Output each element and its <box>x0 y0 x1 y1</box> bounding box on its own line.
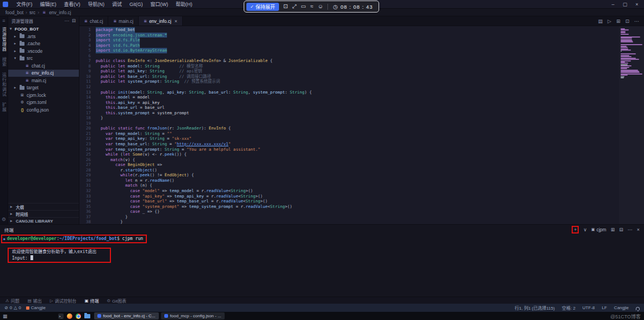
status-item-3[interactable]: LF <box>602 305 607 310</box>
cangjie-status[interactable]: Cangjie <box>26 305 46 310</box>
fullscreen-icon[interactable]: ⤢ <box>292 3 296 10</box>
terminal-input-label: Input: <box>12 256 28 261</box>
close-button[interactable]: × <box>631 0 643 9</box>
screenshot-icon[interactable]: ⊡ <box>283 3 288 10</box>
menu-Git(G)[interactable]: Git(G) <box>126 2 147 7</box>
status-item-2[interactable]: UTF-8 <box>583 305 595 310</box>
panel-tab-终端[interactable]: ▣终端 <box>85 298 99 304</box>
code-text: import std.fs.File <box>96 38 140 43</box>
panel-tab-调试控制台[interactable]: ▷调试控制台 <box>50 298 77 304</box>
signal-icon[interactable]: ≈ <box>311 3 314 10</box>
problems-status[interactable]: ⊘0 △0 <box>4 305 21 310</box>
tree-item-target[interactable]: ▸target <box>8 84 79 92</box>
settings-gear-icon[interactable]: ⚙ <box>2 217 6 222</box>
breadcrumb-segment[interactable]: food_bot <box>5 10 23 15</box>
section-时间线[interactable]: ▸时间线 <box>8 210 79 217</box>
tree-item-src[interactable]: ▾src <box>8 55 79 63</box>
menu-icon[interactable]: ≡ <box>2 18 5 23</box>
split-terminal-icon[interactable]: ⊞ <box>611 227 615 232</box>
activity-tab-资源管理器[interactable]: 资源管理器 <box>1 27 7 52</box>
files-app-icon[interactable] <box>84 314 90 318</box>
menu-查看(V)[interactable]: 查看(V) <box>60 1 84 8</box>
show-apps-icon[interactable]: ▦ <box>3 313 8 319</box>
status-item-4[interactable]: Cangjie <box>614 305 629 310</box>
run-icon[interactable]: ▷ <box>608 19 611 24</box>
collapse-folders-icon[interactable]: ⊟ <box>72 18 76 23</box>
code-line-31: 31 match (n) { <box>79 183 619 188</box>
cj-file-icon: ≣ <box>113 19 116 23</box>
tree-item-config.json[interactable]: {}config.json <box>8 106 79 114</box>
activity-tab-扩展[interactable]: 扩展 <box>1 102 7 112</box>
section-大纲[interactable]: ▸大纲 <box>8 203 79 210</box>
chevron-right-icon: › <box>26 10 27 15</box>
tree-item-main.cj[interactable]: ≣main.cj <box>8 77 79 84</box>
folder-icon <box>20 86 24 90</box>
keep-expanded-button[interactable]: ✓ 保持展开 <box>246 3 279 11</box>
code-line-8: 8 public let model: String // 模型名称 <box>79 64 619 69</box>
code-editor[interactable]: 1package food_bot2import encoding.json.s… <box>79 26 644 224</box>
code-line-4: 4import std.fs.Path <box>79 43 619 48</box>
panel-tab-输出[interactable]: ▤输出 <box>28 298 42 304</box>
more-actions-icon[interactable]: ⋯ <box>634 19 639 24</box>
tab-chat.cj[interactable]: ≣chat.cj <box>79 16 108 26</box>
tree-item-env_info.cj[interactable]: ≣env_info.cj <box>8 70 79 77</box>
activity-tab-运行和调试[interactable]: 运行和调试 <box>1 72 7 97</box>
monitor-icon[interactable]: ▭ <box>301 3 306 10</box>
code-line-32: 32 case "model" => temp_model = r.readVa… <box>79 188 619 194</box>
new-terminal-icon[interactable]: + <box>574 227 577 232</box>
code-line-35: 35 case "system_prompt" => temp_system_p… <box>79 204 619 210</box>
maximize-button[interactable]: ▢ <box>619 0 631 9</box>
code-line-1: 1package food_bot <box>79 27 619 33</box>
close-panel-icon[interactable]: × <box>637 227 640 232</box>
emoji-icon[interactable]: ☺ <box>318 3 323 10</box>
terminal-command-line: ●developer@developer:~/IDEProjects/food_… <box>3 236 644 242</box>
code-line-22: 22 var temp_api_key: String = "sk-xxx" <box>79 136 619 141</box>
status-item-1[interactable]: 空格: 2 <box>562 305 575 311</box>
code-text: r.startObject() <box>96 168 157 173</box>
diff-icon[interactable]: ⊡ <box>625 19 629 24</box>
tree-item-cjpm.lock[interactable]: ⊠cjpm.lock <box>8 91 79 99</box>
menu-文件(F)[interactable]: 文件(F) <box>13 1 36 8</box>
section-CANGJIE LIBRARY[interactable]: ▸CANGJIE LIBRARY <box>8 217 79 224</box>
menu-窗口(W)[interactable]: 窗口(W) <box>147 1 172 8</box>
minimap[interactable] <box>619 26 644 224</box>
chrome-icon[interactable] <box>76 313 81 319</box>
tree-item-chat.cj[interactable]: ≣chat.cj <box>8 62 79 70</box>
taskbar-window[interactable]: food_bot - env_info.cj - C... <box>94 312 159 319</box>
more-actions-icon[interactable]: ⋯ <box>64 18 69 23</box>
tab-main.cj[interactable]: ≣main.cj <box>108 16 139 26</box>
breadcrumb-segment[interactable]: src <box>29 10 35 15</box>
bell-icon[interactable] <box>636 307 640 310</box>
tree-item-.cache[interactable]: ▸.cache <box>8 40 79 48</box>
activity-tab-搜索[interactable]: 搜索 <box>1 57 7 67</box>
more-icon[interactable]: ⋯ <box>628 227 633 232</box>
code-text: import std.io.ByteArrayStream <box>96 48 167 53</box>
project-root[interactable]: ▾ FOOD_BOT <box>8 25 79 33</box>
firefox-icon[interactable] <box>67 313 72 319</box>
layout-icon[interactable]: ▤ <box>598 19 603 24</box>
folder-icon <box>20 49 24 53</box>
status-item-0[interactable]: 行1, 列1 (已选择115) <box>515 305 555 311</box>
terminal-output[interactable]: ●developer@developer:~/IDEProjects/food_… <box>0 235 644 262</box>
kill-terminal-icon[interactable]: ⊟ <box>619 227 623 232</box>
close-tab-icon[interactable]: × <box>175 19 177 24</box>
problems-icon: ⚠ <box>5 298 9 303</box>
panel-tab-问题[interactable]: ⚠问题 <box>5 298 20 304</box>
breadcrumb-segment[interactable]: env_info.cj <box>49 10 71 15</box>
minimize-button[interactable]: – <box>607 0 619 9</box>
panel-tab-Git图表[interactable]: ⊙Git图表 <box>107 298 127 304</box>
tree-item-cjpm.toml[interactable]: ⚙cjpm.toml <box>8 99 79 107</box>
menu-帮助(H)[interactable]: 帮助(H) <box>172 1 196 8</box>
menu-编辑(E)[interactable]: 编辑(E) <box>36 1 60 8</box>
tree-item-.vscode[interactable]: ▸.vscode <box>8 47 79 55</box>
menu-调试[interactable]: 调试 <box>108 1 126 8</box>
menu-导航(N)[interactable]: 导航(N) <box>84 1 109 8</box>
terminal-app-icon[interactable]: >_ <box>58 313 64 319</box>
split-editor-icon[interactable]: ⊞ <box>616 19 621 24</box>
taskbar: ▦ >_ food_bot - env_info.cj - C...food_m… <box>0 312 644 320</box>
taskbar-window[interactable]: food_mcp - config.json - ... <box>161 312 225 319</box>
terminal-session-cjpm[interactable]: ▣cjpm <box>591 227 606 232</box>
tree-item-.arts[interactable]: ▸.arts <box>8 33 79 40</box>
tab-env_info.cj[interactable]: ≣env_info.cj× <box>139 16 183 26</box>
chevron-down-icon[interactable]: ∨ <box>583 227 587 232</box>
